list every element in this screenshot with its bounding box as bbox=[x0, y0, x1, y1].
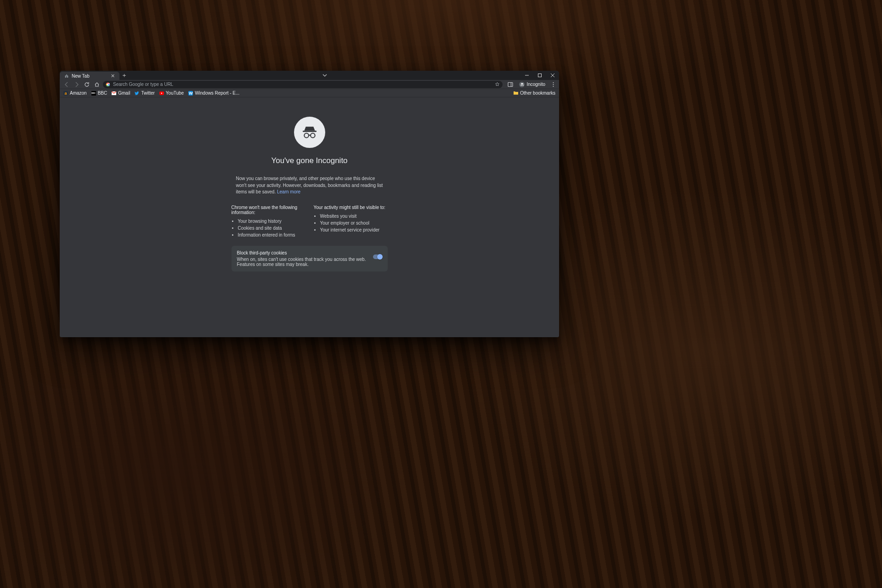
reload-button[interactable] bbox=[83, 80, 91, 89]
wont-save-column: Chrome won't save the following informat… bbox=[232, 205, 305, 238]
window-controls bbox=[520, 71, 559, 80]
bookmark-item[interactable]: WWindows Report - E... bbox=[188, 90, 239, 96]
address-bar[interactable]: Search Google or type a URL bbox=[103, 81, 503, 88]
incognito-chip-icon bbox=[519, 82, 525, 87]
svg-point-7 bbox=[553, 86, 554, 87]
bookmark-star-icon[interactable] bbox=[495, 82, 500, 87]
minimize-button[interactable] bbox=[520, 71, 533, 80]
bookmark-item[interactable]: BBCBBC bbox=[91, 90, 107, 96]
browser-tab[interactable]: New Tab ✕ bbox=[60, 72, 119, 80]
svg-rect-3 bbox=[508, 82, 513, 86]
incognito-icon bbox=[64, 74, 69, 78]
list-item: Your employer or school bbox=[320, 220, 388, 226]
list-item: Websites you visit bbox=[320, 213, 388, 220]
maximize-button[interactable] bbox=[533, 71, 546, 80]
home-button[interactable] bbox=[93, 80, 101, 89]
wont-save-heading: Chrome won't save the following informat… bbox=[232, 205, 305, 215]
svg-point-6 bbox=[553, 84, 554, 85]
incognito-chip-label: Incognito bbox=[526, 82, 545, 87]
amazon-icon: a bbox=[63, 91, 68, 96]
side-panel-button[interactable] bbox=[506, 80, 514, 89]
bookmark-item[interactable]: aAmazon bbox=[63, 90, 87, 96]
svg-point-5 bbox=[553, 82, 554, 83]
svg-rect-9 bbox=[302, 131, 316, 132]
back-button[interactable] bbox=[62, 80, 71, 89]
search-engine-icon bbox=[106, 82, 110, 87]
learn-more-link[interactable]: Learn more bbox=[277, 189, 300, 194]
windows-report-icon: W bbox=[188, 91, 193, 96]
other-bookmarks-button[interactable]: Other bookmarks bbox=[514, 90, 555, 96]
list-item: Your browsing history bbox=[238, 218, 305, 225]
visible-to-column: Your activity might still be visible to:… bbox=[314, 205, 388, 238]
tab-title: New Tab bbox=[72, 74, 90, 79]
new-tab-button[interactable]: ＋ bbox=[119, 71, 129, 80]
svg-point-10 bbox=[304, 133, 309, 138]
app-menu-button[interactable] bbox=[550, 81, 556, 88]
incognito-profile-chip[interactable]: Incognito bbox=[516, 81, 548, 88]
visible-to-heading: Your activity might still be visible to: bbox=[314, 205, 388, 210]
block-cookies-title: Block third-party cookies bbox=[237, 250, 368, 255]
youtube-icon bbox=[159, 91, 164, 96]
svg-rect-1 bbox=[538, 74, 542, 77]
bookmark-item[interactable]: YouTube bbox=[159, 90, 184, 96]
list-item: Cookies and site data bbox=[238, 225, 305, 232]
hero-description: Now you can browse privately, and other … bbox=[236, 175, 383, 196]
bookmark-item[interactable]: Twitter bbox=[135, 90, 154, 96]
titlebar: New Tab ✕ ＋ bbox=[60, 71, 559, 80]
bbc-icon: BBC bbox=[91, 91, 96, 96]
toolbar: Search Google or type a URL Incognito bbox=[60, 80, 559, 89]
list-item: Your internet service provider bbox=[320, 226, 388, 233]
tab-close-button[interactable]: ✕ bbox=[110, 73, 116, 79]
toolbar-right: Incognito bbox=[504, 80, 557, 89]
folder-icon bbox=[514, 91, 518, 95]
incognito-hero-icon bbox=[294, 117, 325, 148]
info-columns: Chrome won't save the following informat… bbox=[232, 205, 388, 238]
toggle-knob bbox=[377, 254, 383, 260]
bookmarks-bar: aAmazon BBCBBC Gmail Twitter YouTube WWi… bbox=[60, 89, 559, 97]
block-cookies-toggle[interactable] bbox=[373, 254, 382, 259]
window-close-button[interactable] bbox=[546, 71, 559, 80]
tab-search-button[interactable] bbox=[320, 71, 330, 80]
block-cookies-desc: When on, sites can't use cookies that tr… bbox=[237, 257, 368, 267]
bookmark-item[interactable]: Gmail bbox=[112, 90, 130, 96]
address-bar-placeholder: Search Google or type a URL bbox=[113, 82, 173, 87]
block-cookies-card: Block third-party cookies When on, sites… bbox=[232, 246, 388, 271]
svg-point-11 bbox=[311, 133, 315, 138]
gmail-icon bbox=[112, 91, 116, 96]
forward-button[interactable] bbox=[73, 80, 81, 89]
hero-title: You've gone Incognito bbox=[271, 156, 347, 165]
list-item: Information entered in forms bbox=[238, 232, 305, 238]
twitter-icon bbox=[135, 91, 139, 96]
browser-window: New Tab ✕ ＋ Search Google or type a URL bbox=[60, 71, 559, 337]
page-content: You've gone Incognito Now you can browse… bbox=[60, 97, 559, 337]
